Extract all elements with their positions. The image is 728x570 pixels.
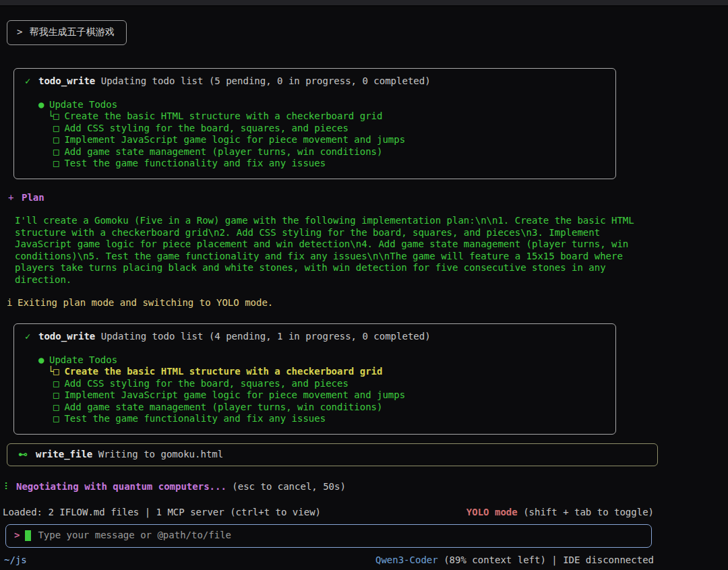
tool-name: write_file	[36, 449, 92, 460]
tool-call-box-write-file: ⊷write_file Writing to gomoku.html	[7, 443, 658, 467]
checkbox-icon: □	[53, 134, 59, 146]
todo-item: □Test the game functionality and fix any…	[48, 413, 605, 425]
todo-item-text: Add CSS styling for the board, squares, …	[64, 123, 348, 133]
mode-label: YOLO mode	[466, 507, 518, 517]
user-message-text: 帮我生成五子棋游戏	[29, 26, 114, 37]
checkbox-icon: □	[53, 123, 59, 135]
window-chrome-strip	[0, 0, 728, 6]
todo-item-text: Create the basic HTML structure with a c…	[64, 110, 382, 121]
working-status-line: ⠇Negotiating with quantum computers... (…	[4, 481, 728, 493]
tool-description-text: Updating todo list (4 pending, 1 in prog…	[101, 331, 431, 342]
executing-icon: ⊷	[18, 449, 36, 461]
checkbox-icon: □	[53, 158, 59, 170]
plan-body-text: I'll create a Gomoku (Five in a Row) gam…	[15, 215, 652, 286]
notice-text: Exiting plan mode and switching to YOLO …	[18, 297, 273, 308]
model-status: Qwen3-Coder (89% context left) | IDE dis…	[375, 555, 654, 567]
todo-list-title: ●Update Todos	[38, 99, 605, 111]
todo-item-text: Test the game functionality and fix any …	[64, 413, 326, 424]
todo-item: └□Create the basic HTML structure with a…	[48, 110, 605, 123]
footer-bar: ~/js Qwen3-Coder (89% context left) | ID…	[4, 555, 654, 567]
tool-description-text: Updating todo list (5 pending, 0 in prog…	[101, 75, 431, 86]
mode-indicator: YOLO mode (shift + tab to toggle)	[466, 507, 654, 519]
checkbox-icon: □	[53, 110, 59, 123]
todo-item-text: Create the basic HTML structure with a c…	[64, 366, 382, 377]
todo-item: □Test the game functionality and fix any…	[48, 158, 605, 170]
plus-icon: +	[7, 192, 22, 204]
checkbox-icon: □	[53, 146, 59, 158]
checkbox-icon: □	[53, 402, 59, 414]
todo-item: □Add game state management (player turns…	[48, 402, 605, 414]
todo-item-text: Add game state management (player turns,…	[64, 402, 382, 412]
checkbox-icon: □	[53, 389, 59, 402]
todo-item-text: Test the game functionality and fix any …	[64, 158, 326, 168]
tree-connector-icon: └	[48, 110, 53, 123]
todo-item: □Add game state management (player turns…	[48, 146, 605, 158]
prompt-chevron-icon: >	[17, 26, 22, 37]
todo-item-text: Add CSS styling for the board, squares, …	[64, 378, 348, 389]
cwd-label: ~/js	[4, 555, 27, 567]
text-cursor	[25, 530, 31, 541]
checkbox-icon: □	[53, 366, 59, 378]
tool-call-box-todo-write-1: ✓todo_write Updating todo list (5 pendin…	[13, 68, 616, 179]
tool-description	[95, 75, 100, 86]
info-icon: i	[7, 297, 18, 309]
check-icon: ✓	[25, 331, 38, 343]
user-message-box: >帮我生成五子棋游戏	[7, 20, 127, 45]
tool-description-text: Writing to gomoku.html	[98, 449, 223, 460]
checkbox-icon: □	[53, 413, 59, 425]
mode-toggle-hint: (shift + tab to toggle)	[523, 507, 654, 517]
todo-item-text: Implement JavaScript game logic for piec…	[64, 389, 405, 400]
plan-title: Plan	[22, 192, 44, 203]
todo-item: □Add CSS styling for the board, squares,…	[48, 123, 605, 135]
input-prompt-icon: >	[14, 530, 20, 542]
todo-item-text: Implement JavaScript game logic for piec…	[64, 134, 405, 145]
check-icon: ✓	[25, 75, 38, 88]
tree-connector-icon: └	[48, 366, 53, 378]
tool-header: ✓todo_write Updating todo list (5 pendin…	[25, 75, 605, 88]
plan-heading: +Plan	[7, 192, 728, 204]
loaded-context-status: Loaded: 2 IFLOW.md files | 1 MCP server …	[3, 507, 321, 519]
bullet-icon: ●	[38, 354, 49, 367]
tool-name: todo_write	[38, 75, 95, 86]
todo-item-in-progress: └□Create the basic HTML structure with a…	[48, 366, 605, 378]
model-name: Qwen3-Coder	[375, 555, 438, 565]
tool-call-box-todo-write-2: ✓todo_write Updating todo list (4 pendin…	[13, 323, 616, 435]
checkbox-icon: □	[53, 378, 59, 390]
todo-item-text: Add game state management (player turns,…	[64, 146, 382, 157]
tool-header: ✓todo_write Updating todo list (4 pendin…	[25, 331, 605, 343]
tool-name: todo_write	[38, 331, 95, 342]
todo-list-title: ●Update Todos	[38, 354, 605, 367]
bullet-icon: ●	[38, 99, 49, 111]
cancel-hint: (esc to cancel, 50s)	[232, 481, 346, 492]
working-status-text: Negotiating with quantum computers...	[16, 481, 226, 492]
mode-switch-notice: iExiting plan mode and switching to YOLO…	[7, 297, 728, 309]
todo-item: □Add CSS styling for the board, squares,…	[48, 378, 605, 390]
status-bar: Loaded: 2 IFLOW.md files | 1 MCP server …	[3, 507, 654, 519]
context-and-ide-status: (89% context left) | IDE disconnected	[444, 555, 654, 565]
message-input[interactable]: > Type your message or @path/to/file	[5, 524, 652, 548]
input-placeholder: Type your message or @path/to/file	[38, 530, 231, 542]
spinner-icon: ⠇	[4, 481, 16, 493]
todo-item: □Implement JavaScript game logic for pie…	[48, 134, 605, 146]
todo-item: □Implement JavaScript game logic for pie…	[48, 389, 605, 402]
